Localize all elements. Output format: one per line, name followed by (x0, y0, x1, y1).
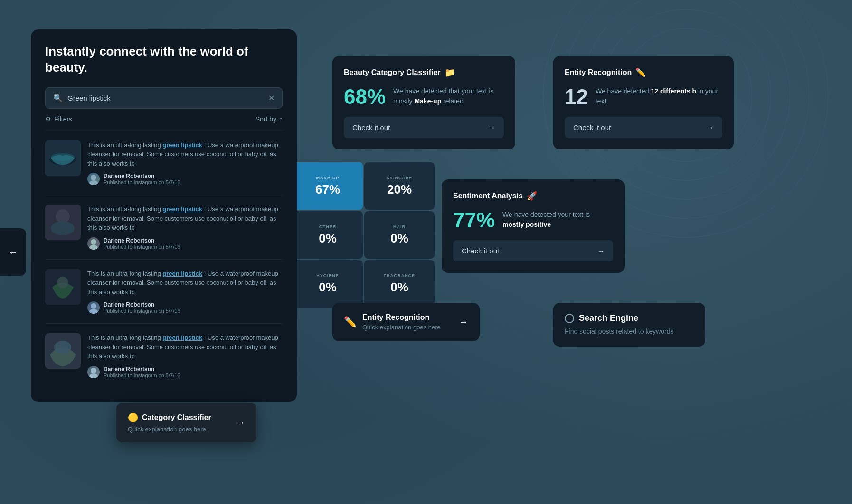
bottom-entity-icon: ✏️ (344, 316, 357, 328)
author-avatar-4 (87, 366, 100, 378)
author-avatar-2 (87, 237, 100, 250)
left-scroll-arrow[interactable]: ← (0, 228, 26, 276)
beauty-card-percentage: 68% (344, 86, 386, 107)
post-author-3: Darlene Robertson Published to Instagram… (87, 301, 283, 314)
category-icon: 🟡 (128, 412, 138, 423)
author-info-4: Darlene Robertson Published to Instagram… (104, 366, 180, 378)
chart-card-hair[interactable]: HAIR 0% (364, 211, 435, 259)
post-author-4: Darlene Robertson Published to Instagram… (87, 366, 283, 378)
chart-grid: MAKE-UP 67% SKINCARE 20% OTHER 0% HAIR 0… (293, 162, 435, 308)
entity-card-number: 12 (565, 86, 588, 107)
beauty-card-content: 68% We have detected that your text is m… (344, 86, 504, 107)
author-avatar-1 (87, 173, 100, 185)
post-image-2 (45, 205, 81, 240)
post-image-1 (45, 140, 81, 176)
category-classifier-overlay[interactable]: 🟡 Category Classifier Quick explanation … (116, 403, 256, 442)
search-engine-title: Search Engine (565, 313, 694, 323)
filter-icon: ⚙ (45, 115, 51, 123)
author-info-1: Darlene Robertson Published to Instagram… (104, 173, 180, 185)
svg-point-8 (91, 175, 96, 180)
author-info-3: Darlene Robertson Published to Instagram… (104, 301, 180, 314)
svg-point-13 (91, 239, 96, 245)
bottom-entity-recognition-card[interactable]: ✏️ Entity Recognition Quick explanation … (332, 303, 480, 341)
search-clear-icon[interactable]: ✕ (268, 93, 275, 103)
left-arrow-icon: ← (9, 247, 18, 258)
svg-point-18 (89, 309, 98, 314)
category-overlay-arrow[interactable]: → (236, 417, 245, 428)
filter-button[interactable]: ⚙ Filters (45, 115, 72, 123)
entity-card-title: Entity Recognition ✏️ (565, 67, 722, 78)
svg-point-9 (89, 180, 98, 185)
chart-card-skincare[interactable]: SKINCARE 20% (364, 162, 435, 210)
post-thumbnail-2 (45, 205, 81, 240)
post-thumbnail-1 (45, 140, 81, 176)
entity-card-description: We have detected 12 differents b in your… (596, 86, 722, 106)
post-thumbnail-4 (45, 333, 81, 369)
search-bar[interactable]: 🔍 ✕ (45, 87, 283, 109)
post-author-1: Darlene Robertson Published to Instagram… (87, 173, 283, 185)
svg-point-14 (89, 245, 98, 250)
category-overlay-description: Quick explanation goes here (128, 426, 236, 433)
beauty-card-icon: 📁 (445, 67, 455, 78)
bottom-entity-arrow-icon[interactable]: → (459, 317, 468, 327)
post-content-3: This is an ultra-long lasting green lips… (87, 269, 283, 314)
post-text-2: This is an ultra-long lasting green lips… (87, 205, 283, 233)
chart-card-other[interactable]: OTHER 0% (293, 211, 363, 259)
beauty-card-title: Beauty Category Classifier 📁 (344, 67, 504, 78)
left-panel: Instantly connect with the world of beau… (31, 29, 297, 402)
entity-card-content: 12 We have detected 12 differents b in y… (565, 86, 722, 107)
post-text-4: This is an ultra-long lasting green lips… (87, 333, 283, 361)
beauty-card-description: We have detected that your text is mostl… (393, 86, 504, 106)
bottom-entity-text: Entity Recognition Quick explanation goe… (362, 313, 441, 331)
wave-decoration (520, 0, 852, 332)
entity-card-icon: ✏️ (635, 67, 646, 78)
svg-point-20 (54, 341, 71, 354)
sentiment-analysis-card: Sentiment Analysis 🚀 77% We have detecte… (442, 179, 625, 273)
post-thumbnail-3 (45, 269, 81, 305)
category-overlay-title: 🟡 Category Classifier (128, 412, 236, 423)
search-engine-description: Find social posts related to keywords (565, 327, 694, 336)
svg-point-16 (57, 277, 68, 288)
post-author-2: Darlene Robertson Published to Instagram… (87, 237, 283, 250)
sentiment-card-title: Sentiment Analysis 🚀 (453, 191, 613, 201)
svg-point-12 (51, 221, 75, 235)
author-info-2: Darlene Robertson Published to Instagram… (104, 237, 180, 250)
post-image-3 (45, 269, 81, 305)
bottom-entity-content: ✏️ Entity Recognition Quick explanation … (344, 313, 441, 331)
search-engine-card: Search Engine Find social posts related … (553, 303, 705, 347)
beauty-check-it-out-button[interactable]: Check it out → (344, 117, 504, 138)
search-input[interactable] (67, 94, 264, 102)
chart-card-hygiene[interactable]: HYGIENE 0% (293, 260, 363, 308)
search-icon: 🔍 (53, 93, 63, 103)
sort-button[interactable]: Sort by ↕ (256, 115, 283, 123)
post-image-4 (45, 333, 81, 369)
sort-icon: ↕ (279, 115, 283, 123)
post-content-1: This is an ultra-long lasting green lips… (87, 140, 283, 186)
sentiment-cta-arrow-icon: → (597, 247, 605, 255)
chart-card-fragrance[interactable]: FRAGRANCE 0% (364, 260, 435, 308)
search-engine-icon (565, 314, 574, 323)
sentiment-check-it-out-button[interactable]: Check it out → (453, 240, 613, 261)
post-item: This is an ultra-long lasting green lips… (45, 140, 283, 196)
category-overlay-content: 🟡 Category Classifier Quick explanation … (128, 412, 236, 433)
beauty-cta-arrow-icon: → (488, 123, 495, 131)
post-content-4: This is an ultra-long lasting green lips… (87, 333, 283, 378)
post-item: This is an ultra-long lasting green lips… (45, 205, 283, 260)
beauty-classifier-card: Beauty Category Classifier 📁 68% We have… (332, 56, 515, 149)
svg-point-22 (89, 373, 98, 378)
author-avatar-3 (87, 301, 100, 314)
entity-recognition-card-top: Entity Recognition ✏️ 12 We have detecte… (553, 56, 734, 149)
chart-card-makeup[interactable]: MAKE-UP 67% (293, 162, 363, 210)
post-item: This is an ultra-long lasting green lips… (45, 269, 283, 324)
post-content-2: This is an ultra-long lasting green lips… (87, 205, 283, 250)
sentiment-card-content: 77% We have detected your text is mostly… (453, 210, 613, 231)
sentiment-card-description: We have detected your text is mostly pos… (502, 210, 613, 230)
svg-point-21 (91, 368, 96, 373)
sentiment-card-icon: 🚀 (527, 191, 537, 201)
entity-cta-arrow-icon: → (707, 123, 714, 131)
panel-title: Instantly connect with the world of beau… (45, 44, 283, 76)
post-item: This is an ultra-long lasting green lips… (45, 333, 283, 388)
sentiment-card-percentage: 77% (453, 210, 495, 231)
entity-check-it-out-button[interactable]: Check it out → (565, 117, 722, 138)
svg-point-17 (91, 303, 96, 309)
